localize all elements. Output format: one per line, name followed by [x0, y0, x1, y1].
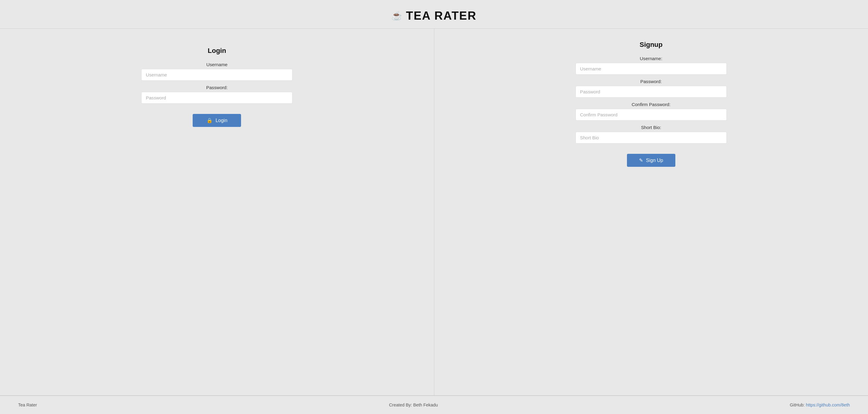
- login-button[interactable]: 🔒 Login: [193, 114, 241, 127]
- login-username-input[interactable]: [141, 69, 292, 81]
- footer-created-by: Created By: Beth Fekadu: [389, 403, 438, 407]
- signup-confirm-password-group: Confirm Password:: [576, 102, 727, 120]
- login-button-label: Login: [216, 118, 227, 123]
- signup-confirm-password-label: Confirm Password:: [576, 102, 727, 107]
- signup-short-bio-input[interactable]: [576, 132, 727, 143]
- signup-button[interactable]: ✎ Sign Up: [627, 154, 675, 167]
- signup-username-input[interactable]: [576, 63, 727, 75]
- signup-title: Signup: [640, 41, 663, 49]
- signup-short-bio-group: Short Bio:: [576, 125, 727, 143]
- signup-panel: Signup Username: Password: Confirm Passw…: [434, 29, 868, 395]
- edit-icon: ✎: [639, 158, 643, 163]
- login-password-group: Password:: [141, 85, 292, 104]
- login-title: Login: [208, 47, 226, 55]
- signup-confirm-password-input[interactable]: [576, 109, 727, 120]
- signup-username-group: Username:: [576, 56, 727, 75]
- footer-github: GitHub: https://github.com/8eth: [790, 403, 850, 407]
- login-password-label: Password:: [141, 85, 292, 90]
- signup-short-bio-label: Short Bio:: [576, 125, 727, 130]
- footer-github-label: GitHub:: [790, 403, 805, 407]
- signup-button-label: Sign Up: [646, 158, 663, 163]
- login-password-input[interactable]: [141, 92, 292, 104]
- app-title: ☕ TEA RATER: [0, 9, 868, 22]
- tea-icon: ☕: [391, 10, 403, 21]
- main-content: Login Username Password: 🔒 Login Signup …: [0, 28, 868, 395]
- app-header: ☕ TEA RATER: [0, 0, 868, 28]
- footer-github-link[interactable]: https://github.com/8eth: [806, 403, 850, 407]
- signup-password-group: Password:: [576, 79, 727, 98]
- app-footer: Tea Rater Created By: Beth Fekadu GitHub…: [0, 395, 868, 414]
- signup-password-input[interactable]: [576, 86, 727, 98]
- signup-username-label: Username:: [576, 56, 727, 61]
- footer-app-name: Tea Rater: [18, 403, 37, 407]
- login-username-label: Username: [141, 62, 292, 67]
- login-username-group: Username: [141, 62, 292, 81]
- signup-password-label: Password:: [576, 79, 727, 84]
- lock-icon: 🔒: [207, 117, 213, 123]
- app-title-text: TEA RATER: [406, 9, 476, 22]
- login-panel: Login Username Password: 🔒 Login: [0, 29, 434, 395]
